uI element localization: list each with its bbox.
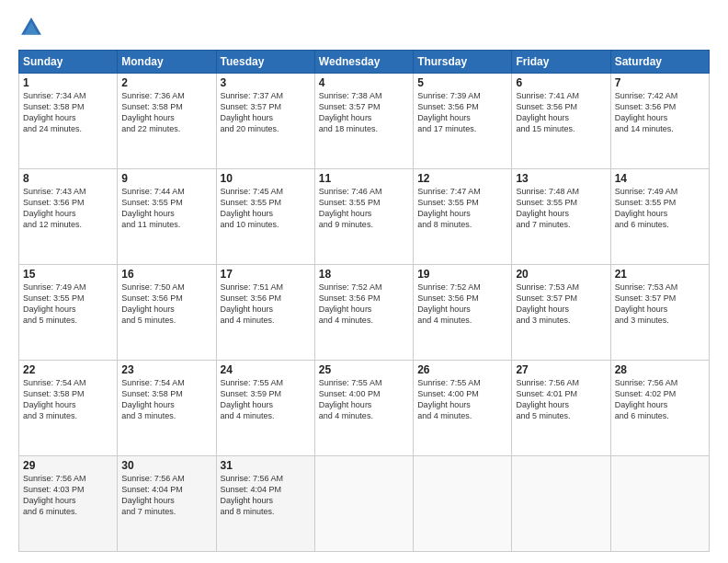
day-number: 8 — [23, 172, 113, 185]
day-info: Sunrise: 7:56 AMSunset: 4:04 PMDaylight … — [221, 474, 284, 516]
day-number: 10 — [221, 172, 311, 185]
calendar-cell: 13 Sunrise: 7:48 AMSunset: 3:55 PMDaylig… — [512, 169, 610, 265]
calendar-cell: 23 Sunrise: 7:54 AMSunset: 3:58 PMDaylig… — [118, 361, 216, 456]
day-number: 4 — [319, 76, 409, 89]
day-info: Sunrise: 7:44 AMSunset: 3:55 PMDaylight … — [121, 187, 185, 229]
calendar-cell — [512, 456, 610, 552]
calendar-cell: 31 Sunrise: 7:56 AMSunset: 4:04 PMDaylig… — [216, 456, 314, 552]
calendar-cell: 19 Sunrise: 7:52 AMSunset: 3:56 PMDaylig… — [414, 265, 512, 361]
day-info: Sunrise: 7:53 AMSunset: 3:57 PMDaylight … — [516, 282, 579, 325]
calendar-cell: 15 Sunrise: 7:49 AMSunset: 3:55 PMDaylig… — [19, 265, 118, 361]
day-number: 6 — [516, 76, 606, 89]
calendar-week-5: 29 Sunrise: 7:56 AMSunset: 4:03 PMDaylig… — [19, 456, 710, 552]
day-info: Sunrise: 7:39 AMSunset: 3:56 PMDaylight … — [417, 91, 481, 133]
day-info: Sunrise: 7:45 AMSunset: 3:55 PMDaylight … — [221, 187, 284, 229]
day-info: Sunrise: 7:48 AMSunset: 3:55 PMDaylight … — [516, 187, 579, 229]
calendar-cell: 11 Sunrise: 7:46 AMSunset: 3:55 PMDaylig… — [314, 169, 413, 265]
day-number: 3 — [221, 76, 311, 89]
day-number: 25 — [319, 363, 409, 376]
day-number: 1 — [23, 76, 113, 89]
calendar-cell: 10 Sunrise: 7:45 AMSunset: 3:55 PMDaylig… — [216, 169, 314, 265]
calendar-cell: 30 Sunrise: 7:56 AMSunset: 4:04 PMDaylig… — [118, 456, 216, 552]
day-info: Sunrise: 7:51 AMSunset: 3:56 PMDaylight … — [221, 282, 284, 325]
calendar-cell: 17 Sunrise: 7:51 AMSunset: 3:56 PMDaylig… — [216, 265, 314, 361]
weekday-header-wednesday: Wednesday — [314, 51, 413, 74]
calendar-cell: 21 Sunrise: 7:53 AMSunset: 3:57 PMDaylig… — [610, 265, 709, 361]
day-number: 18 — [319, 268, 409, 281]
day-number: 16 — [121, 268, 211, 281]
day-info: Sunrise: 7:49 AMSunset: 3:55 PMDaylight … — [615, 187, 678, 229]
day-number: 2 — [121, 76, 211, 89]
calendar-cell: 5 Sunrise: 7:39 AMSunset: 3:56 PMDayligh… — [414, 74, 512, 169]
day-number: 22 — [23, 363, 113, 376]
weekday-header-row: SundayMondayTuesdayWednesdayThursdayFrid… — [19, 51, 710, 74]
day-number: 11 — [319, 172, 409, 185]
calendar-cell: 12 Sunrise: 7:47 AMSunset: 3:55 PMDaylig… — [414, 169, 512, 265]
logo — [18, 15, 48, 40]
day-info: Sunrise: 7:52 AMSunset: 3:56 PMDaylight … — [417, 282, 481, 325]
calendar-body: 1 Sunrise: 7:34 AMSunset: 3:58 PMDayligh… — [19, 74, 710, 552]
day-number: 23 — [121, 363, 211, 376]
page: SundayMondayTuesdayWednesdayThursdayFrid… — [0, 0, 728, 563]
day-number: 5 — [417, 76, 507, 89]
weekday-header-friday: Friday — [512, 51, 610, 74]
calendar-cell: 22 Sunrise: 7:54 AMSunset: 3:58 PMDaylig… — [19, 361, 118, 456]
day-info: Sunrise: 7:53 AMSunset: 3:57 PMDaylight … — [615, 282, 678, 325]
day-number: 26 — [417, 363, 507, 376]
day-number: 19 — [417, 268, 507, 281]
header — [18, 15, 710, 40]
day-info: Sunrise: 7:56 AMSunset: 4:04 PMDaylight … — [121, 474, 185, 516]
day-info: Sunrise: 7:34 AMSunset: 3:58 PMDaylight … — [23, 91, 86, 133]
calendar-cell: 7 Sunrise: 7:42 AMSunset: 3:56 PMDayligh… — [610, 74, 709, 169]
calendar-table: SundayMondayTuesdayWednesdayThursdayFrid… — [18, 50, 710, 552]
day-number: 15 — [23, 268, 113, 281]
calendar-cell — [610, 456, 709, 552]
calendar-week-2: 8 Sunrise: 7:43 AMSunset: 3:56 PMDayligh… — [19, 169, 710, 265]
day-info: Sunrise: 7:55 AMSunset: 4:00 PMDaylight … — [319, 378, 382, 420]
calendar-cell: 25 Sunrise: 7:55 AMSunset: 4:00 PMDaylig… — [314, 361, 413, 456]
day-number: 7 — [615, 76, 705, 89]
day-info: Sunrise: 7:43 AMSunset: 3:56 PMDaylight … — [23, 187, 86, 229]
day-info: Sunrise: 7:37 AMSunset: 3:57 PMDaylight … — [221, 91, 284, 133]
day-number: 31 — [221, 459, 311, 472]
day-info: Sunrise: 7:56 AMSunset: 4:02 PMDaylight … — [615, 378, 678, 420]
day-info: Sunrise: 7:55 AMSunset: 3:59 PMDaylight … — [221, 378, 284, 420]
calendar-cell: 18 Sunrise: 7:52 AMSunset: 3:56 PMDaylig… — [314, 265, 413, 361]
day-info: Sunrise: 7:55 AMSunset: 4:00 PMDaylight … — [417, 378, 481, 420]
day-number: 13 — [516, 172, 606, 185]
day-number: 24 — [221, 363, 311, 376]
day-info: Sunrise: 7:42 AMSunset: 3:56 PMDaylight … — [615, 91, 678, 133]
calendar-cell: 3 Sunrise: 7:37 AMSunset: 3:57 PMDayligh… — [216, 74, 314, 169]
calendar-cell: 20 Sunrise: 7:53 AMSunset: 3:57 PMDaylig… — [512, 265, 610, 361]
calendar-week-3: 15 Sunrise: 7:49 AMSunset: 3:55 PMDaylig… — [19, 265, 710, 361]
calendar-cell — [314, 456, 413, 552]
weekday-header-thursday: Thursday — [414, 51, 512, 74]
day-info: Sunrise: 7:52 AMSunset: 3:56 PMDaylight … — [319, 282, 382, 325]
calendar-cell: 28 Sunrise: 7:56 AMSunset: 4:02 PMDaylig… — [610, 361, 709, 456]
day-number: 29 — [23, 459, 113, 472]
day-info: Sunrise: 7:38 AMSunset: 3:57 PMDaylight … — [319, 91, 382, 133]
day-info: Sunrise: 7:56 AMSunset: 4:01 PMDaylight … — [516, 378, 579, 420]
day-info: Sunrise: 7:56 AMSunset: 4:03 PMDaylight … — [23, 474, 86, 516]
calendar-cell — [414, 456, 512, 552]
calendar-cell: 1 Sunrise: 7:34 AMSunset: 3:58 PMDayligh… — [19, 74, 118, 169]
day-info: Sunrise: 7:36 AMSunset: 3:58 PMDaylight … — [121, 91, 185, 133]
calendar-header: SundayMondayTuesdayWednesdayThursdayFrid… — [19, 51, 710, 74]
calendar-cell: 29 Sunrise: 7:56 AMSunset: 4:03 PMDaylig… — [19, 456, 118, 552]
calendar-week-1: 1 Sunrise: 7:34 AMSunset: 3:58 PMDayligh… — [19, 74, 710, 169]
calendar-cell: 27 Sunrise: 7:56 AMSunset: 4:01 PMDaylig… — [512, 361, 610, 456]
weekday-header-monday: Monday — [118, 51, 216, 74]
day-info: Sunrise: 7:46 AMSunset: 3:55 PMDaylight … — [319, 187, 382, 229]
day-number: 27 — [516, 363, 606, 376]
day-number: 12 — [417, 172, 507, 185]
weekday-header-saturday: Saturday — [610, 51, 709, 74]
day-info: Sunrise: 7:54 AMSunset: 3:58 PMDaylight … — [23, 378, 86, 420]
calendar-week-4: 22 Sunrise: 7:54 AMSunset: 3:58 PMDaylig… — [19, 361, 710, 456]
day-number: 14 — [615, 172, 705, 185]
day-number: 9 — [121, 172, 211, 185]
day-number: 20 — [516, 268, 606, 281]
day-number: 21 — [615, 268, 705, 281]
day-number: 30 — [121, 459, 211, 472]
weekday-header-tuesday: Tuesday — [216, 51, 314, 74]
calendar-cell: 6 Sunrise: 7:41 AMSunset: 3:56 PMDayligh… — [512, 74, 610, 169]
